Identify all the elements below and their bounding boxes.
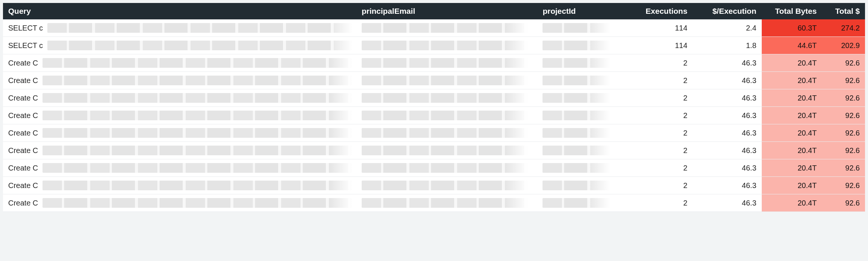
cell-executions: 2 [619, 107, 693, 124]
table-row[interactable]: Create C246.320.4T92.6 [3, 107, 865, 124]
col-header-project[interactable]: projectId [537, 3, 619, 19]
redacted-strip [43, 146, 356, 155]
cell-query[interactable]: Create C [3, 89, 356, 107]
table-row[interactable]: Create C246.320.4T92.6 [3, 194, 865, 212]
cell-cost-per-execution: 46.3 [693, 177, 762, 194]
query-text: Create C [8, 181, 40, 190]
table-row[interactable]: Create C246.320.4T92.6 [3, 72, 865, 89]
query-text: Create C [8, 146, 40, 155]
redacted-strip [43, 93, 356, 103]
query-text: SELECT c [8, 41, 45, 50]
cell-query[interactable]: Create C [3, 54, 356, 72]
redacted-strip [542, 23, 614, 33]
cell-total-bytes: 20.4T [762, 89, 822, 107]
cell-principal-email[interactable] [356, 37, 538, 54]
cell-principal-email[interactable] [356, 89, 538, 107]
col-header-email[interactable]: principalEmail [356, 3, 538, 19]
cell-total-cost: 92.6 [822, 124, 865, 142]
redacted-strip [362, 181, 532, 190]
cell-principal-email[interactable] [356, 124, 538, 142]
table-row[interactable]: SELECT c1142.460.3T274.2 [3, 19, 865, 37]
cell-project-id[interactable] [537, 159, 619, 177]
col-header-total-cost[interactable]: Total $ [822, 3, 865, 19]
cell-project-id[interactable] [537, 72, 619, 89]
cell-executions: 2 [619, 89, 693, 107]
cell-total-bytes: 20.4T [762, 124, 822, 142]
cell-query[interactable]: Create C [3, 124, 356, 142]
query-text: Create C [8, 199, 40, 207]
cell-cost-per-execution: 46.3 [693, 159, 762, 177]
redacted-strip [362, 146, 532, 155]
table-row[interactable]: Create C246.320.4T92.6 [3, 142, 865, 159]
table-row[interactable]: SELECT c1141.844.6T202.9 [3, 37, 865, 54]
cell-executions: 2 [619, 142, 693, 159]
cell-project-id[interactable] [537, 54, 619, 72]
cell-query[interactable]: Create C [3, 194, 356, 212]
cell-total-bytes: 60.3T [762, 19, 822, 37]
cell-project-id[interactable] [537, 89, 619, 107]
cell-project-id[interactable] [537, 124, 619, 142]
cell-principal-email[interactable] [356, 107, 538, 124]
table-row[interactable]: Create C246.320.4T92.6 [3, 54, 865, 72]
redacted-strip [542, 181, 614, 190]
cell-query[interactable]: SELECT c [3, 37, 356, 54]
redacted-strip [542, 76, 614, 85]
col-header-per-exec[interactable]: $/Execution [693, 3, 762, 19]
cell-query[interactable]: Create C [3, 107, 356, 124]
redacted-strip [362, 58, 532, 68]
cell-total-cost: 92.6 [822, 142, 865, 159]
cell-executions: 2 [619, 177, 693, 194]
redacted-strip [43, 111, 356, 120]
redacted-strip [362, 23, 532, 33]
redacted-strip [362, 163, 532, 173]
cell-query[interactable]: Create C [3, 177, 356, 194]
redacted-strip [542, 128, 614, 138]
cell-total-bytes: 20.4T [762, 107, 822, 124]
col-header-query[interactable]: Query [3, 3, 356, 19]
cell-principal-email[interactable] [356, 194, 538, 212]
col-header-executions[interactable]: Executions [619, 3, 693, 19]
cell-query[interactable]: Create C [3, 159, 356, 177]
query-cost-table: Query principalEmail projectId Execution… [3, 3, 865, 212]
cell-principal-email[interactable] [356, 54, 538, 72]
cell-executions: 114 [619, 19, 693, 37]
table-row[interactable]: Create C246.320.4T92.6 [3, 124, 865, 142]
cell-principal-email[interactable] [356, 72, 538, 89]
cell-project-id[interactable] [537, 37, 619, 54]
redacted-strip [362, 76, 532, 85]
cell-executions: 2 [619, 194, 693, 212]
cell-executions: 2 [619, 54, 693, 72]
cell-query[interactable]: Create C [3, 142, 356, 159]
col-header-total-bytes[interactable]: Total Bytes [762, 3, 822, 19]
cell-principal-email[interactable] [356, 142, 538, 159]
redacted-strip [362, 41, 532, 50]
cell-cost-per-execution: 1.8 [693, 37, 762, 54]
cell-principal-email[interactable] [356, 159, 538, 177]
table-row[interactable]: Create C246.320.4T92.6 [3, 177, 865, 194]
cell-project-id[interactable] [537, 194, 619, 212]
cell-project-id[interactable] [537, 177, 619, 194]
redacted-strip [43, 58, 356, 68]
cell-principal-email[interactable] [356, 19, 538, 37]
cell-project-id[interactable] [537, 142, 619, 159]
cell-total-bytes: 44.6T [762, 37, 822, 54]
redacted-strip [542, 146, 614, 155]
cell-cost-per-execution: 46.3 [693, 107, 762, 124]
cell-project-id[interactable] [537, 107, 619, 124]
cell-query[interactable]: Create C [3, 72, 356, 89]
cell-cost-per-execution: 46.3 [693, 194, 762, 212]
query-text: Create C [8, 164, 40, 172]
table-row[interactable]: Create C246.320.4T92.6 [3, 159, 865, 177]
redacted-strip [362, 198, 532, 208]
query-text: Create C [8, 59, 40, 67]
cell-total-cost: 92.6 [822, 107, 865, 124]
cell-total-bytes: 20.4T [762, 72, 822, 89]
cell-project-id[interactable] [537, 19, 619, 37]
cell-principal-email[interactable] [356, 177, 538, 194]
query-text: SELECT c [8, 24, 45, 32]
cell-total-cost: 92.6 [822, 89, 865, 107]
cell-query[interactable]: SELECT c [3, 19, 356, 37]
redacted-strip [542, 41, 614, 50]
table-row[interactable]: Create C246.320.4T92.6 [3, 89, 865, 107]
cell-cost-per-execution: 46.3 [693, 124, 762, 142]
